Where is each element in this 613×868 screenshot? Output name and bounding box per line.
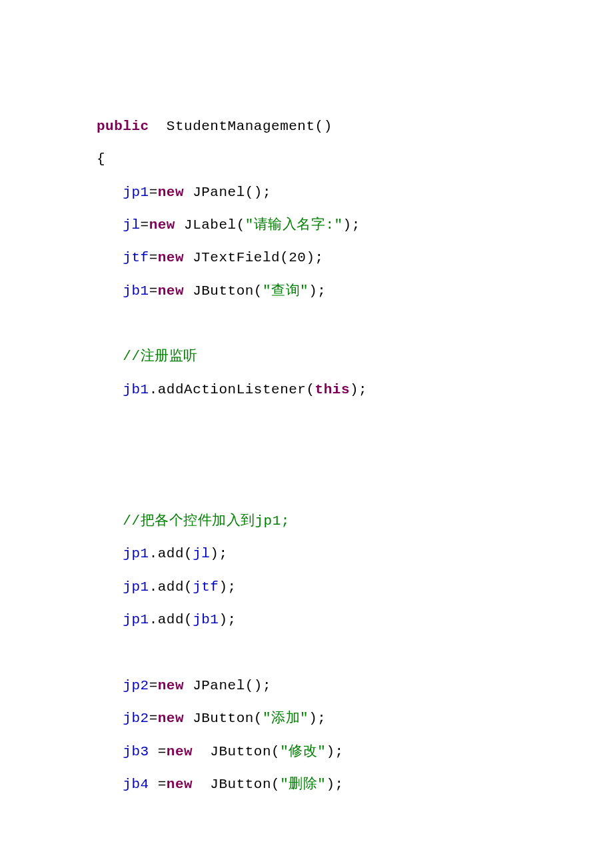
indent [97, 513, 123, 529]
indent [97, 349, 123, 364]
comment: //注册监听 [123, 349, 197, 364]
op: = [149, 283, 158, 299]
text: ); [326, 744, 343, 759]
op: = [149, 250, 158, 265]
text: ); [326, 777, 343, 792]
op: = [149, 744, 167, 759]
keyword-public: public [97, 119, 149, 134]
field-jl: jl [123, 217, 140, 233]
indent [97, 777, 123, 792]
keyword-new: new [167, 744, 193, 759]
keyword-new: new [158, 711, 184, 726]
indent [97, 283, 123, 299]
field-jtf: jtf [193, 579, 219, 595]
op: = [149, 777, 167, 792]
indent [97, 185, 123, 200]
op: = [149, 678, 158, 693]
text: JPanel(); [184, 185, 271, 200]
field-jb1: jb1 [123, 283, 149, 299]
string: "请输入名字:" [245, 217, 343, 233]
string: "添加" [263, 711, 308, 726]
field-jb3: jb3 [123, 744, 149, 759]
keyword-new: new [158, 250, 184, 265]
field-jb1: jb1 [123, 382, 149, 397]
indent [97, 678, 123, 693]
comment: //把各个控件加入到jp1; [123, 513, 290, 529]
field-jp1: jp1 [123, 185, 149, 200]
text: .addActionListener( [149, 382, 315, 397]
text: ); [210, 546, 227, 561]
op: = [141, 217, 149, 233]
text: .add( [149, 579, 193, 595]
keyword-this: this [315, 382, 350, 397]
keyword-new: new [149, 217, 175, 233]
indent [97, 546, 123, 561]
field-jp2: jp2 [123, 678, 149, 693]
text: JButton( [184, 283, 263, 299]
indent [97, 612, 123, 627]
string: "查询" [263, 283, 308, 299]
string: "修改" [280, 744, 326, 759]
indent [97, 217, 123, 233]
text: ); [350, 382, 367, 397]
keyword-new: new [167, 777, 193, 792]
brace: { [97, 151, 105, 167]
text: .add( [149, 546, 193, 561]
text: .add( [149, 612, 193, 627]
text: StudentManagement() [149, 119, 332, 134]
field-jl: jl [193, 546, 210, 561]
keyword-new: new [158, 678, 184, 693]
indent [97, 711, 123, 726]
code-block: public StudentManagement() { jp1=new JPa… [0, 0, 613, 841]
field-jp1: jp1 [123, 579, 149, 595]
field-jb2: jb2 [123, 711, 149, 726]
string: "删除" [280, 777, 326, 792]
field-jb4: jb4 [123, 777, 149, 792]
text: JLabel( [175, 217, 245, 233]
text: JButton( [184, 711, 263, 726]
field-jtf: jtf [123, 250, 149, 265]
indent [97, 579, 123, 595]
field-jb1: jb1 [193, 612, 219, 627]
field-jp1: jp1 [123, 546, 149, 561]
text: ); [219, 612, 236, 627]
text: ); [308, 711, 326, 726]
text: JPanel(); [184, 678, 271, 693]
text: JTextField(20); [184, 250, 324, 265]
text: ); [308, 283, 326, 299]
indent [97, 744, 123, 759]
indent [97, 250, 123, 265]
text: JButton( [193, 777, 280, 792]
keyword-new: new [158, 185, 184, 200]
text: ); [219, 579, 236, 595]
op: = [149, 185, 158, 200]
keyword-new: new [158, 283, 184, 299]
indent [97, 382, 123, 397]
text: JButton( [193, 744, 280, 759]
text: ); [343, 217, 360, 233]
field-jp1: jp1 [123, 612, 149, 627]
op: = [149, 711, 158, 726]
